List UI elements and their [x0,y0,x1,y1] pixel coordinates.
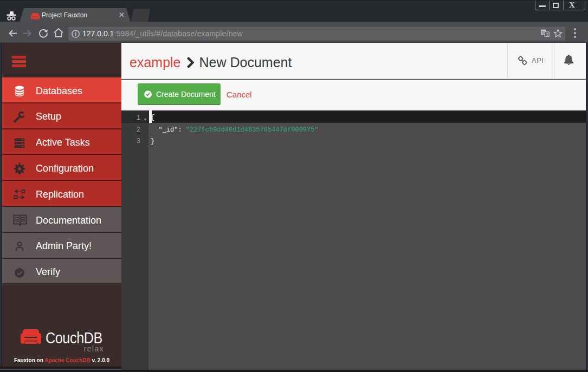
svg-text:文: 文 [546,32,550,36]
